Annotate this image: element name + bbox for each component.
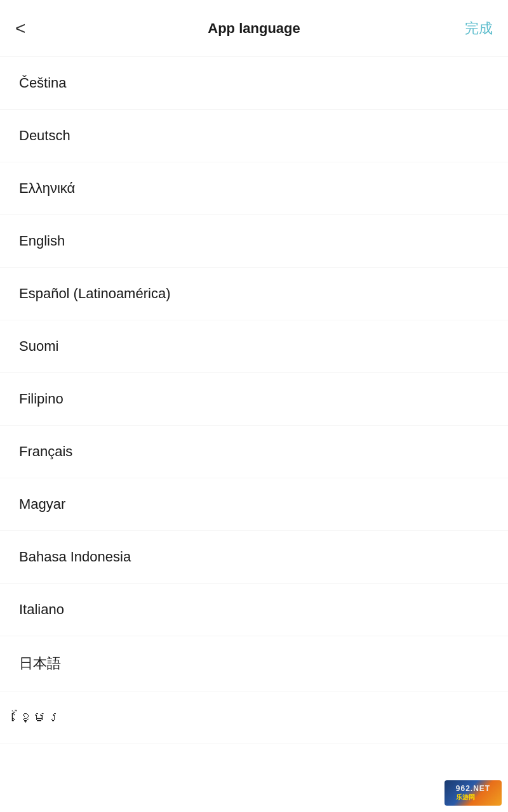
- language-item[interactable]: Español (Latinoamérica): [0, 268, 508, 320]
- language-item[interactable]: 日本語: [0, 636, 508, 691]
- language-item[interactable]: English: [0, 215, 508, 268]
- watermark-badge: 962.NET 乐游网: [444, 780, 502, 806]
- language-item[interactable]: Ελληνικά: [0, 162, 508, 215]
- language-item[interactable]: Deutsch: [0, 110, 508, 162]
- language-item[interactable]: Suomi: [0, 320, 508, 373]
- language-list: ČeštinaDeutschΕλληνικάEnglishEspañol (La…: [0, 57, 508, 744]
- language-item[interactable]: Čeština: [0, 57, 508, 110]
- language-item[interactable]: Français: [0, 426, 508, 478]
- done-button[interactable]: 完成: [465, 19, 493, 38]
- language-item[interactable]: Filipino: [0, 373, 508, 426]
- language-item[interactable]: Magyar: [0, 478, 508, 531]
- language-item[interactable]: ខ្មែរ: [0, 691, 508, 744]
- back-button[interactable]: <: [15, 18, 47, 39]
- app-header: < App language 完成: [0, 0, 508, 57]
- language-item[interactable]: Italiano: [0, 584, 508, 636]
- page-title: App language: [208, 20, 300, 37]
- language-item[interactable]: Bahasa Indonesia: [0, 531, 508, 584]
